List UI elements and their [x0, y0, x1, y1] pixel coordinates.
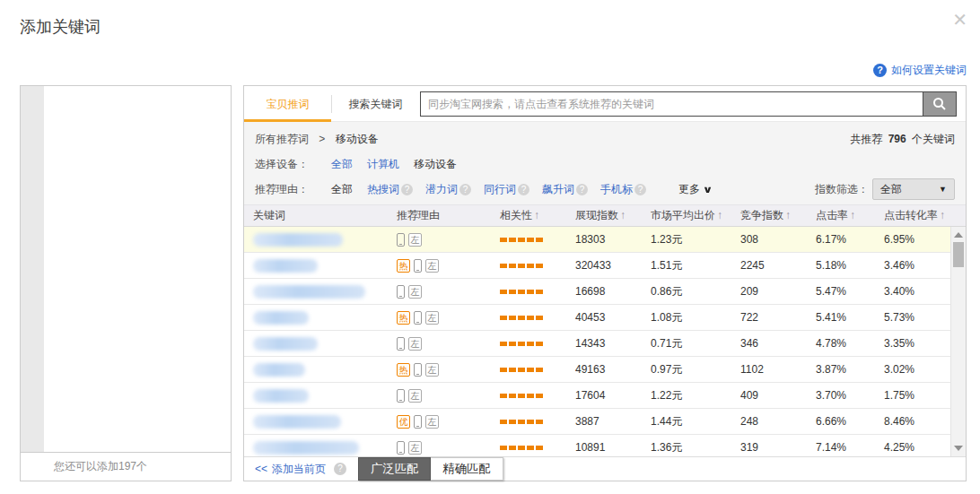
selected-keywords-gutter — [21, 86, 44, 452]
tab-item-recommend[interactable]: 宝贝推词 — [244, 86, 331, 122]
keyword-cell — [244, 311, 388, 325]
table-row[interactable]: 热 左 49163 0.97元 1102 3.87% 3.02% — [244, 357, 966, 383]
ctr-cell: 3.87% — [807, 363, 875, 376]
keyword-cell — [244, 233, 388, 247]
column-header-cvr[interactable]: 点击转化率↑ — [875, 208, 950, 223]
table-row[interactable]: 左 10891 1.36元 319 7.14% 4.25% — [244, 435, 966, 456]
competition-cell: 2245 — [731, 259, 807, 272]
breadcrumb-current: 移动设备 — [336, 133, 379, 145]
broad-match-button[interactable]: 广泛匹配 — [358, 457, 431, 481]
close-icon[interactable]: ✕ — [952, 9, 967, 30]
relevance-cell — [491, 420, 566, 424]
table-row[interactable]: 左 16698 0.86元 209 5.47% 3.40% — [244, 279, 966, 305]
hot-badge: 热 — [397, 259, 410, 273]
column-header-competition[interactable]: 竞争指数↑ — [731, 208, 807, 223]
table-scrollbar[interactable] — [950, 227, 966, 456]
search-button[interactable] — [923, 91, 957, 117]
keyword-cell — [244, 259, 388, 273]
competition-cell: 248 — [731, 415, 807, 428]
avg-bid-cell: 1.08元 — [642, 310, 731, 325]
table-row[interactable]: 左 17604 1.22元 409 3.70% 1.75% — [244, 383, 966, 409]
breadcrumb-line: 所有推荐词 > 移动设备 共推荐 796 个关键词 — [255, 126, 955, 152]
keyword-search-input[interactable] — [420, 91, 923, 117]
more-filters-link[interactable]: 更多 ∨ — [678, 182, 712, 197]
device-option-mobile[interactable]: 移动设备 — [414, 157, 457, 172]
hot-badge: 热 — [397, 363, 410, 377]
avg-bid-cell: 1.44元 — [642, 414, 731, 429]
reason-option-all[interactable]: 全部 — [331, 182, 353, 197]
mobile-badge-icon — [397, 285, 405, 299]
blurred-keyword — [253, 259, 318, 273]
reason-option-mobile-tag[interactable]: 手机标 — [600, 182, 633, 197]
relevance-bars — [500, 238, 566, 242]
scroll-down-icon[interactable] — [954, 446, 963, 451]
relevance-bars — [500, 342, 566, 346]
table-row[interactable]: 左 18303 1.23元 308 6.17% 6.95% — [244, 227, 966, 253]
table-row[interactable]: 热 左 320433 1.51元 2245 5.18% 3.46% — [244, 253, 966, 279]
col-impressions-label: 展现指数 — [575, 209, 618, 221]
column-header-ctr[interactable]: 点击率↑ — [807, 208, 875, 223]
mobile-badge-icon — [397, 337, 405, 351]
impressions-cell: 40453 — [566, 311, 642, 324]
hot-badge: 热 — [397, 311, 410, 325]
breadcrumb-root[interactable]: 所有推荐词 — [255, 133, 309, 145]
reason-cell: 优 左 — [388, 415, 491, 429]
keyword-search-bar — [420, 91, 957, 117]
mobile-badge-icon — [397, 389, 405, 403]
device-option-all[interactable]: 全部 — [331, 157, 353, 172]
cvr-cell: 3.40% — [875, 285, 950, 298]
avg-bid-cell: 0.86元 — [642, 284, 731, 299]
table-row[interactable]: 优 左 3887 1.44元 248 6.66% 8.46% — [244, 409, 966, 435]
total-keywords-count: 共推荐 796 个关键词 — [850, 132, 955, 147]
impressions-cell: 49163 — [566, 363, 642, 376]
ctr-cell: 6.66% — [807, 415, 875, 428]
reason-option-hot-search[interactable]: 热搜词 — [367, 182, 399, 197]
how-to-set-keywords-link[interactable]: ? 如何设置关键词 — [873, 63, 967, 78]
left-position-badge: 左 — [408, 441, 422, 455]
peer-help-icon[interactable]: ? — [518, 184, 529, 195]
hot-search-help-icon[interactable]: ? — [401, 184, 413, 195]
competition-cell: 346 — [731, 337, 807, 350]
reason-option-peer[interactable]: 同行词 — [484, 182, 516, 197]
scrollbar-thumb[interactable] — [953, 242, 964, 267]
mobile-badge-icon — [414, 415, 422, 429]
reason-option-rising[interactable]: 飙升词 — [542, 182, 574, 197]
match-help-icon[interactable]: ? — [334, 463, 346, 475]
keyword-recommendation-panel: 宝贝推词 搜索关键词 所有推荐词 — [243, 85, 967, 481]
exact-match-button[interactable]: 精确匹配 — [431, 457, 503, 481]
blurred-keyword — [253, 389, 309, 403]
table-row[interactable]: 左 14343 0.71元 346 4.78% 3.35% — [244, 331, 966, 357]
relevance-bars — [500, 446, 566, 450]
total-prefix: 共推荐 — [850, 133, 882, 145]
active-tab-underline — [244, 119, 331, 122]
impressions-cell: 10891 — [566, 441, 642, 454]
rising-help-icon[interactable]: ? — [576, 184, 588, 195]
impressions-cell: 14343 — [566, 337, 642, 350]
reason-filter-line: 推荐理由： 全部 热搜词 ? 潜力词 ? 同行词 ? 飙升词 ? 手机标 ? 更… — [255, 177, 955, 202]
column-header-avg-bid[interactable]: 市场平均出价↑ — [642, 208, 731, 223]
impressions-cell: 18303 — [566, 233, 642, 246]
tab-item-search-keywords[interactable]: 搜索关键词 — [332, 86, 419, 122]
tab-recommend-label: 宝贝推词 — [267, 98, 310, 110]
column-header-relevance[interactable]: 相关性↑ — [491, 208, 566, 223]
mobile-tag-help-icon[interactable]: ? — [634, 184, 646, 195]
reason-option-potential[interactable]: 潜力词 — [425, 182, 458, 197]
potential-help-icon[interactable]: ? — [459, 184, 471, 195]
col-competition-label: 竞争指数 — [740, 209, 783, 221]
breadcrumb: 所有推荐词 > 移动设备 — [255, 132, 379, 147]
add-current-page-link[interactable]: << 添加当前页 — [255, 462, 326, 477]
device-options: 全部 计算机 移动设备 — [331, 157, 471, 172]
column-header-impressions[interactable]: 展现指数↑ — [566, 208, 642, 223]
competition-cell: 409 — [731, 389, 807, 402]
scroll-up-icon[interactable] — [954, 232, 963, 238]
column-header-reason: 推荐理由 — [388, 208, 491, 223]
index-filter-dropdown[interactable]: 全部 ▼ — [872, 178, 955, 200]
blurred-keyword — [253, 441, 359, 455]
left-position-badge: 左 — [425, 259, 439, 273]
mobile-badge-icon — [397, 233, 405, 247]
table-row[interactable]: 热 左 40453 1.08元 722 5.41% 5.73% — [244, 305, 966, 331]
device-option-computer[interactable]: 计算机 — [367, 157, 399, 172]
relevance-cell — [491, 394, 566, 398]
relevance-bars — [500, 316, 566, 320]
blurred-keyword — [253, 311, 309, 325]
